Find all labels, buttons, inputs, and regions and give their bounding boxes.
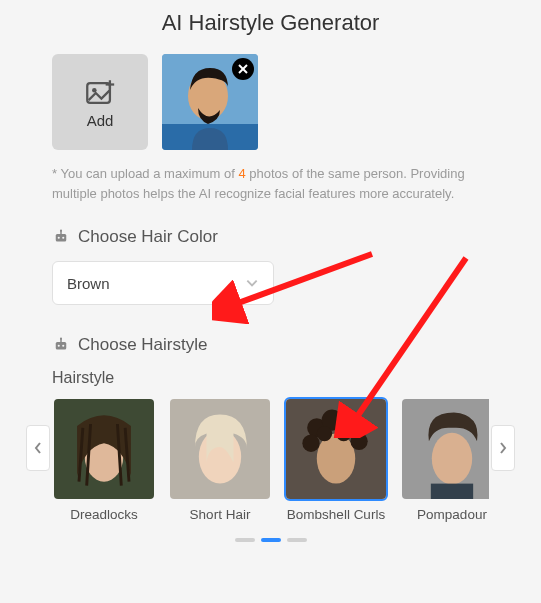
add-photo-button[interactable]: Add	[52, 54, 148, 150]
svg-point-18	[60, 338, 62, 340]
hairstyle-label: Pompadour	[417, 507, 487, 524]
svg-point-10	[58, 237, 60, 239]
add-label: Add	[87, 112, 114, 129]
hairstyle-label: Dreadlocks	[70, 507, 138, 524]
hairstyle-option-bombshell-curls[interactable]: Bombshell Curls	[284, 397, 388, 524]
hairstyle-label: Bombshell Curls	[287, 507, 385, 524]
uploaded-photo[interactable]	[162, 54, 258, 150]
hairstyle-sub-label: Hairstyle	[52, 369, 515, 387]
svg-rect-14	[56, 342, 67, 350]
carousel-pagination	[26, 538, 515, 542]
svg-point-33	[302, 435, 319, 452]
svg-point-11	[62, 237, 64, 239]
hairstyle-option-pompadour[interactable]: Pompadour	[400, 397, 489, 524]
svg-point-34	[317, 426, 332, 441]
robot-icon	[52, 228, 70, 246]
hair-color-value: Brown	[67, 275, 110, 292]
upload-hint: * You can upload a maximum of 4 photos o…	[52, 164, 513, 203]
hair-color-select[interactable]: Brown	[52, 261, 274, 305]
close-icon	[237, 63, 249, 75]
hairstyle-carousel: Dreadlocks Short Hair Bombshell Curls Po…	[26, 397, 515, 524]
svg-point-16	[62, 345, 64, 347]
svg-point-35	[336, 426, 351, 441]
svg-point-28	[317, 434, 355, 484]
svg-point-37	[432, 433, 472, 485]
page-dot[interactable]	[235, 538, 255, 542]
hairstyle-option-dreadlocks[interactable]: Dreadlocks	[52, 397, 156, 524]
robot-icon	[52, 336, 70, 354]
chevron-left-icon	[33, 441, 43, 455]
hairstyle-list: Dreadlocks Short Hair Bombshell Curls Po…	[52, 397, 489, 524]
upload-row: Add	[52, 54, 515, 150]
hairstyle-label: Short Hair	[190, 507, 251, 524]
svg-point-13	[60, 230, 62, 232]
add-image-icon	[83, 76, 117, 110]
svg-rect-38	[431, 484, 473, 499]
hairstyle-heading: Choose Hairstyle	[52, 335, 515, 355]
hair-color-heading: Choose Hair Color	[52, 227, 515, 247]
hairstyle-option-short-hair[interactable]: Short Hair	[168, 397, 272, 524]
page-dot[interactable]	[287, 538, 307, 542]
page-dot[interactable]	[261, 538, 281, 542]
chevron-down-icon	[245, 276, 259, 290]
page-title: AI Hairstyle Generator	[26, 10, 515, 36]
svg-point-15	[58, 345, 60, 347]
carousel-prev-button[interactable]	[26, 425, 50, 471]
svg-rect-9	[56, 234, 67, 242]
carousel-next-button[interactable]	[491, 425, 515, 471]
svg-point-32	[350, 433, 367, 450]
remove-photo-button[interactable]	[232, 58, 254, 80]
chevron-right-icon	[498, 441, 508, 455]
